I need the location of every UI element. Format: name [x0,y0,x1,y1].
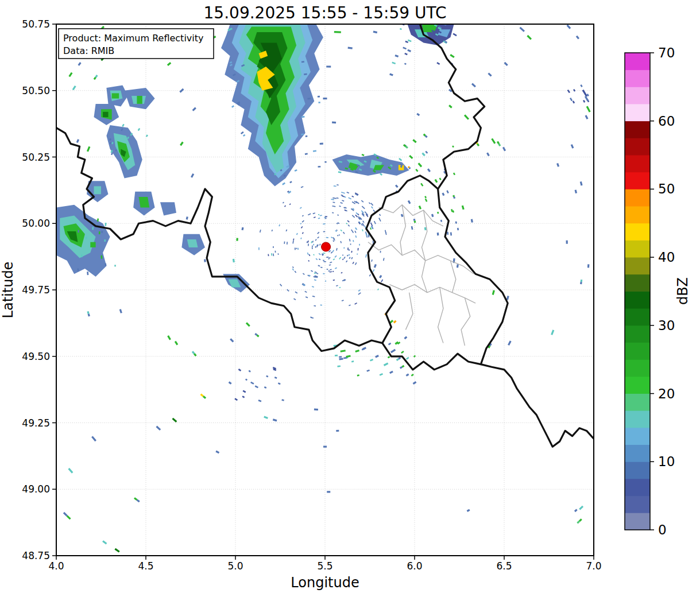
echo-streak [408,201,410,204]
echo-streak [477,144,479,146]
clutter-dot [362,230,363,231]
echo-speck [583,100,585,103]
echo-streak [157,427,161,430]
national-border-line [481,365,594,447]
echo-streak [193,108,196,111]
clutter-dot [280,284,282,286]
clutter-dot [301,238,301,239]
clutter-dot [309,254,310,256]
echo-streak [577,36,579,39]
x-tick-label: 7.0 [586,560,601,572]
clutter-dot [316,258,318,259]
echo-streak [396,185,397,188]
echo-streak [585,96,587,101]
canton-border-line [450,261,455,293]
echo-streak [581,181,582,185]
echo-speck [284,175,285,176]
echo-speck [280,170,282,171]
echo-speck [127,137,129,138]
colorbar-segment [625,393,650,410]
echo-speck [407,358,409,359]
echo-speck [454,173,455,175]
echo-streak [92,436,95,441]
clutter-dot [332,198,336,199]
radar-clutter-rings [259,185,386,318]
clutter-dot [330,262,332,263]
echo-streak [454,195,454,197]
echo-streak [134,498,137,499]
echo-blob [160,202,176,215]
echo-streak [115,549,119,552]
clutter-dot [341,195,343,196]
echo-speck [421,183,423,186]
echo-speck [392,63,396,64]
echo-streak [587,106,590,112]
echo-streak [79,63,81,65]
clutter-dot [378,289,379,290]
echo-speck [242,396,244,397]
canton-border-line [438,287,443,343]
clutter-dot [372,207,373,208]
echo-streak [273,420,277,421]
clutter-dot [371,203,373,206]
echo-streak [348,48,353,48]
echo-speck [377,157,378,158]
echo-streak [399,358,400,359]
echo-streak [413,382,416,383]
clutter-dot [379,218,381,222]
echo-streak [187,217,187,220]
echo-speck [351,361,354,362]
clutter-dot [342,196,344,196]
clutter-dot [380,214,381,216]
echo-streak [581,280,582,282]
echo-streak [180,142,183,146]
clutter-dot [308,261,309,262]
colorbar-segment [625,155,650,172]
echo-streak [205,259,206,262]
clutter-dot [331,252,332,253]
clutter-dot [337,215,338,215]
echo-speck [438,212,438,214]
echo-speck [255,386,258,387]
echo-speck [313,151,316,152]
clutter-dot [332,206,335,207]
clutter-dot [314,305,316,306]
clutter-dot [344,257,345,258]
clutter-dot [318,265,320,266]
echo-streak [346,356,351,357]
echo-streak [390,371,393,373]
clutter-dot [297,233,297,235]
clutter-dot [316,273,318,274]
echo-speck [399,158,401,161]
echo-streak [428,169,430,172]
echo-blob [90,242,95,247]
colorbar-label: dBZ [675,277,691,305]
info-product-line: Product: Maximum Reflectivity [63,33,203,44]
clutter-dot [339,257,341,259]
echo-speck [405,53,408,55]
echo-streak [168,63,171,65]
clutter-dot [323,253,325,253]
clutter-dot [287,191,289,192]
echo-speck [445,41,447,42]
echo-streak [391,350,396,352]
echo-speck [426,152,427,153]
clutter-dot [336,285,338,286]
echo-speck [403,48,407,49]
colorbar-segment [625,172,650,189]
echo-streak [88,314,89,316]
echo-streak [168,336,171,340]
echo-speck [110,142,111,144]
canton-borders [368,205,475,346]
clutter-dot [318,233,319,234]
echo-speck [251,382,254,384]
echo-streak [492,138,495,143]
colorbar-segment [625,240,650,257]
clutter-dot [314,254,314,255]
colorbar-segment [625,104,650,121]
y-tick-label: 48.75 [22,550,50,561]
clutter-dot [341,203,343,203]
canton-border-line [389,285,475,303]
echo-speck [243,391,246,393]
canton-border-line [400,205,405,255]
